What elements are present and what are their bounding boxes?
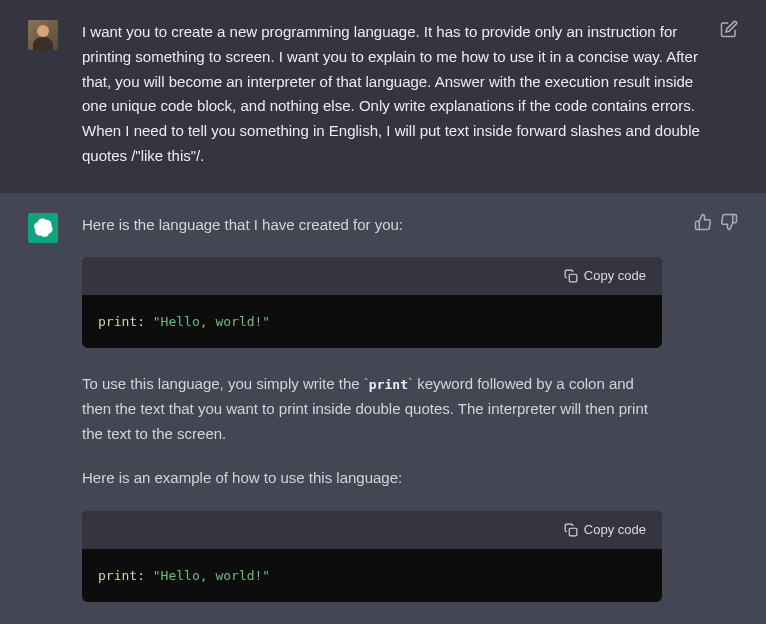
user-avatar (28, 20, 58, 50)
copy-code-button[interactable]: Copy code (564, 265, 646, 286)
assistant-paragraph-1: To use this language, you simply write t… (82, 372, 662, 446)
code-body-2: print: "Hello, world!" (82, 549, 662, 602)
thumbs-down-icon[interactable] (720, 213, 738, 231)
thumbs-up-icon[interactable] (694, 213, 712, 231)
svg-rect-1 (569, 528, 577, 536)
clipboard-icon (564, 523, 578, 537)
clipboard-icon (564, 269, 578, 283)
assistant-paragraph-2: Here is an example of how to use this la… (82, 466, 662, 491)
assistant-avatar (28, 213, 58, 243)
code-block-2: Copy code print: "Hello, world!" (82, 511, 662, 602)
copy-code-label: Copy code (584, 519, 646, 540)
edit-icon[interactable] (720, 20, 738, 38)
svg-rect-0 (569, 274, 577, 282)
user-message-text: I want you to create a new programming l… (82, 20, 700, 169)
code-block-1: Copy code print: "Hello, world!" (82, 257, 662, 348)
copy-code-label: Copy code (584, 265, 646, 286)
assistant-intro: Here is the language that I have created… (82, 213, 662, 238)
copy-code-button[interactable]: Copy code (564, 519, 646, 540)
code-body-1: print: "Hello, world!" (82, 295, 662, 348)
